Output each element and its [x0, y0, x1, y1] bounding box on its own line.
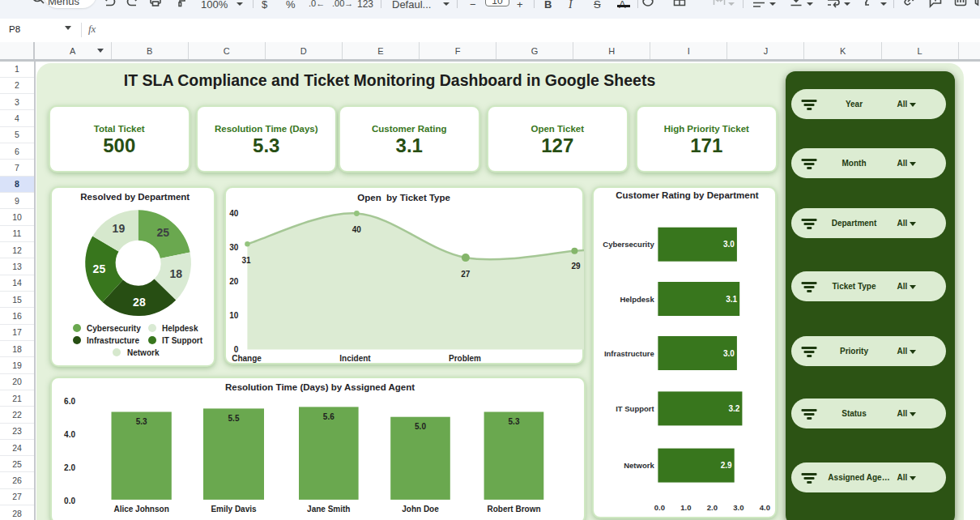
svg-text:3.0: 3.0: [723, 349, 735, 358]
svg-text:John Doe: John Doe: [402, 505, 439, 514]
svg-text:4.0: 4.0: [64, 430, 75, 439]
svg-text:40: 40: [229, 209, 239, 218]
svg-text:2.0: 2.0: [707, 503, 718, 512]
svg-text:25: 25: [157, 226, 170, 239]
svg-text:25: 25: [93, 262, 106, 275]
svg-text:19: 19: [113, 222, 126, 235]
svg-text:Robert Brown: Robert Brown: [487, 505, 540, 514]
svg-text:28: 28: [133, 296, 146, 309]
svg-text:3.0: 3.0: [723, 240, 735, 249]
svg-text:6.0: 6.0: [64, 397, 75, 406]
svg-text:27: 27: [461, 270, 471, 279]
svg-text:0: 0: [233, 345, 238, 354]
svg-text:29: 29: [571, 262, 581, 271]
svg-text:3.0: 3.0: [734, 503, 744, 512]
svg-text:31: 31: [241, 256, 251, 265]
svg-text:30: 30: [229, 243, 239, 252]
svg-text:40: 40: [352, 225, 361, 234]
svg-text:Emily Davis: Emily Davis: [211, 505, 257, 514]
svg-text:5.5: 5.5: [228, 414, 240, 423]
svg-text:Alice Johnson: Alice Johnson: [113, 505, 168, 514]
svg-text:5.6: 5.6: [323, 412, 334, 421]
svg-text:Helpdesk: Helpdesk: [620, 295, 655, 304]
svg-text:18: 18: [170, 267, 183, 280]
svg-text:4.0: 4.0: [760, 503, 770, 512]
svg-text:5.3: 5.3: [509, 417, 520, 426]
svg-text:Change: Change: [232, 354, 262, 363]
svg-text:Cybersecurity: Cybersecurity: [603, 240, 655, 249]
svg-text:Jane Smith: Jane Smith: [307, 505, 350, 514]
svg-text:0.0: 0.0: [654, 503, 665, 512]
svg-text:Problem: Problem: [449, 354, 481, 363]
svg-text:3.2: 3.2: [729, 404, 740, 413]
svg-text:Incident: Incident: [339, 354, 371, 363]
svg-text:2.9: 2.9: [721, 461, 732, 470]
svg-text:10: 10: [229, 311, 239, 320]
svg-text:5.3: 5.3: [136, 417, 147, 426]
svg-text:5.0: 5.0: [415, 423, 426, 432]
svg-text:Network: Network: [624, 461, 655, 470]
svg-text:20: 20: [229, 277, 239, 286]
svg-text:2.0: 2.0: [64, 463, 75, 472]
svg-text:0.0: 0.0: [64, 497, 75, 505]
svg-text:IT Support: IT Support: [616, 404, 654, 413]
svg-text:1.0: 1.0: [681, 503, 692, 512]
svg-text:3.1: 3.1: [726, 295, 738, 304]
svg-text:Infrastructure: Infrastructure: [604, 349, 654, 358]
